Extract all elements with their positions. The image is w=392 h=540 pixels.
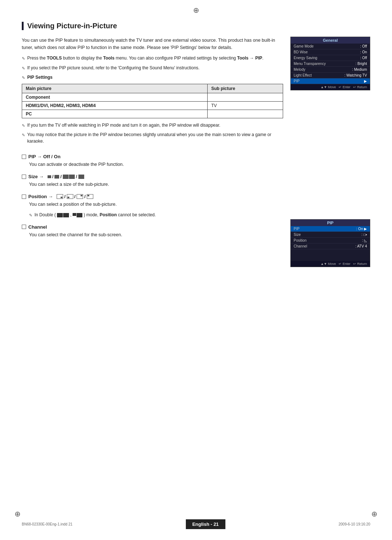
size-icon-medium xyxy=(54,175,59,179)
menu-item-pip-value: ▶ xyxy=(364,79,367,83)
main-content: You can use the PIP feature to simultane… xyxy=(22,37,283,147)
pip-menu-ch-value: : ATV 4 xyxy=(355,244,367,248)
tv-menu: General Game Mode : Off BD Wise : On Ene… xyxy=(290,37,370,90)
menu-item-light-value: : Watching TV xyxy=(344,73,367,77)
size-heading: Size → / / / xyxy=(22,174,283,179)
menu-item-melody-value: : Medium xyxy=(352,68,367,71)
menu-item-melody: Melody : Medium xyxy=(291,67,370,73)
position-note-text: In Double ( , ) mode, Position cannot be… xyxy=(34,212,283,218)
size-box-lg1 xyxy=(63,175,69,179)
note-pip-unnatural-text: You may notice that the picture in the P… xyxy=(27,131,283,144)
pos-inner-bl xyxy=(68,197,69,198)
menu-item-light-label: Light Effect xyxy=(294,73,312,77)
pip-menu-pip-label: PIP xyxy=(294,227,299,231)
pip-menu-pip-value: : On ▶ xyxy=(356,227,367,231)
menu-item-bd-wise-label: BD Wise xyxy=(294,50,308,54)
note-pip-off-text: If you turn the TV off while watching in… xyxy=(27,122,283,128)
menu-item-transparency-label: Menu Transparency xyxy=(294,62,326,66)
pip-menu-pos-value: : ◺ xyxy=(362,238,367,242)
size-icon-double xyxy=(63,175,75,179)
pip-tv-menu: PIP PIP : On ▶ Size : □▪ Position : ◺ Ch… xyxy=(290,219,370,267)
double-box3 xyxy=(73,213,76,216)
pip-onoff-desc: You can activate or deactivate the PIP f… xyxy=(22,161,283,168)
channel-heading-text: Channel xyxy=(28,224,47,230)
channel-heading: Channel xyxy=(22,224,283,230)
page-title: Viewing Picture-in-Picture xyxy=(22,22,370,30)
tv-menu-title: General xyxy=(291,37,370,44)
sep2: / xyxy=(60,174,62,179)
pip-menu-spacer xyxy=(291,249,370,261)
menu-item-bd-wise: BD Wise : On xyxy=(291,49,370,55)
double-icon2 xyxy=(73,213,82,217)
menu-item-light: Light Effect : Watching TV xyxy=(291,73,370,78)
menu-item-energy-value: : Off xyxy=(360,56,367,60)
table-row2-sub: TV xyxy=(207,101,283,110)
page-footer: BN68-02330E-00Eng-1.indd 21 English - 21… xyxy=(0,519,392,529)
table-col1: Main picture xyxy=(22,84,208,93)
size-section: Size → / / / You can sel xyxy=(22,174,283,188)
menu-item-bd-wise-value: : On xyxy=(360,50,367,54)
pip-section-row: PIP → Off / On You can activate or deact… xyxy=(22,154,370,267)
size-icon-large xyxy=(78,175,84,179)
pip-footer-move: ▲▼ Move xyxy=(320,262,336,266)
table-row3-main: PC xyxy=(22,110,208,118)
menu-item-pip-label: PIP xyxy=(294,79,299,83)
pip-onoff-section: PIP → Off / On You can activate or deact… xyxy=(22,154,283,168)
channel-desc: You can select the channel for the sub-s… xyxy=(22,231,283,238)
menu-item-melody-label: Melody xyxy=(294,68,305,71)
intro-section: You can use the PIP feature to simultane… xyxy=(22,37,370,147)
size-desc: You can select a size of the sub-picture… xyxy=(22,181,283,188)
pip-table: Main picture Sub picture Component HDMI1… xyxy=(22,84,283,118)
table-row2-main: HDMI1/DVI, HDMI2, HDMI3, HDMI4 xyxy=(22,101,208,110)
double-box4 xyxy=(77,213,82,217)
footer-move: ▲▼ Move xyxy=(320,85,336,89)
position-note: ✎ In Double ( , ) mode, Position cannot … xyxy=(22,212,283,218)
note-icon-1: ✎ xyxy=(22,56,25,62)
checkbox-icon-pos xyxy=(22,195,26,199)
position-heading-text: Position → xyxy=(28,194,53,199)
pip-footer-enter: ↵ Enter xyxy=(339,262,350,266)
pip-settings-text: PIP Settings xyxy=(27,74,283,81)
menu-item-game-mode: Game Mode : Off xyxy=(291,44,370,49)
pip-menu-item-position: Position : ◺ xyxy=(291,238,370,244)
pip-menu-size-label: Size xyxy=(294,233,301,237)
page-container: ⊕ Viewing Picture-in-Picture You can use… xyxy=(0,0,392,540)
pip-settings-label: ✎ PIP Settings xyxy=(22,74,283,81)
pip-tv-menu-title: PIP xyxy=(291,220,370,226)
note-icon-2: ✎ xyxy=(22,65,25,71)
size-heading-text: Size → xyxy=(28,174,44,179)
note-tools: ✎ Press the TOOLS button to display the … xyxy=(22,55,283,62)
channel-section: Channel You can select the channel for t… xyxy=(22,224,283,238)
pos-icons: / / / xyxy=(57,194,93,199)
footer-right-text: 2009-6-10 19:16:20 xyxy=(339,522,370,526)
pip-menu-item-pip: PIP : On ▶ xyxy=(291,226,370,232)
intro-para: You can use the PIP feature to simultane… xyxy=(22,37,283,51)
menu-item-transparency-value: : Bright xyxy=(355,62,367,66)
sep-pos1: / xyxy=(64,194,66,199)
note-icon-4: ✎ xyxy=(22,123,25,129)
position-desc: You can select a position of the sub-pic… xyxy=(22,201,283,208)
size-icon-small xyxy=(48,175,51,178)
crosshair-bottom-left-icon: ⊕ xyxy=(15,510,21,518)
pip-onoff-heading-text: PIP → Off / On xyxy=(28,154,61,159)
menu-item-game-mode-value: : Off xyxy=(360,44,367,48)
note-icon-5: ✎ xyxy=(22,132,25,138)
size-box-lg2 xyxy=(69,175,75,179)
checkbox-icon-ch xyxy=(22,225,26,229)
table-row: HDMI1/DVI, HDMI2, HDMI3, HDMI4 TV xyxy=(22,101,283,110)
double-box1 xyxy=(57,213,63,217)
table-col2: Sub picture xyxy=(207,84,283,93)
page-number-box: English - 21 xyxy=(186,519,225,529)
pos-inner-br xyxy=(61,197,62,198)
pip-footer-return: ↩ Return xyxy=(353,262,367,266)
pos-icon-tr xyxy=(77,194,83,199)
note-tools-text: Press the TOOLS button to display the To… xyxy=(27,55,283,61)
crosshair-bottom-right-icon: ⊕ xyxy=(371,510,377,518)
pos-icon-br xyxy=(57,194,63,199)
note-sound-text: If you select the PIP picture sound, ref… xyxy=(27,65,283,71)
table-row: Component xyxy=(22,93,283,101)
general-menu-screenshot: General Game Mode : Off BD Wise : On Ene… xyxy=(290,37,370,147)
footer-left-text: BN68-02330E-00Eng-1.indd 21 xyxy=(22,522,73,526)
pip-menu-item-channel: Channel : ATV 4 xyxy=(291,244,370,249)
footer-return: ↩ Return xyxy=(353,85,367,89)
